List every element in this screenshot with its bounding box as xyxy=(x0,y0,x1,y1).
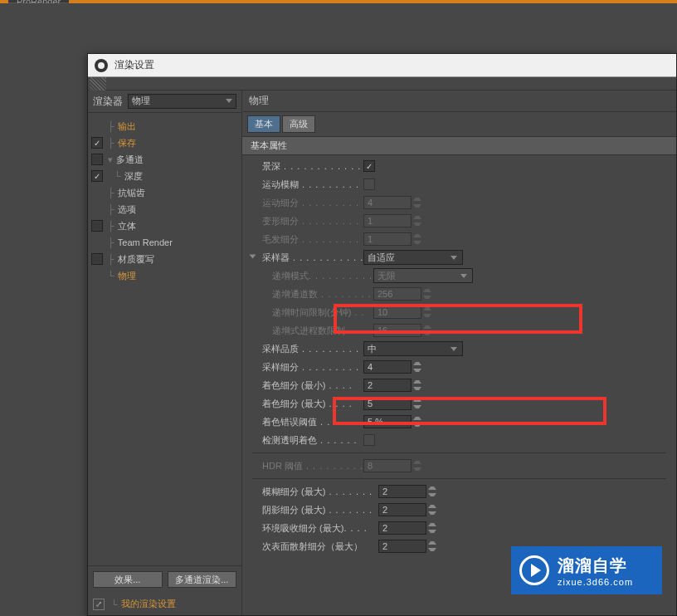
chevron-down-icon xyxy=(226,99,232,103)
my-render-settings[interactable]: ⤢ └ 我的渲染设置 xyxy=(88,593,241,615)
spinner[interactable] xyxy=(423,306,431,319)
tree-material-override[interactable]: ├材质覆写 xyxy=(88,251,241,267)
chevron-down-icon xyxy=(451,347,457,351)
tab-basic[interactable]: 基本 xyxy=(247,115,280,133)
renderer-label: 渲染器 xyxy=(93,95,123,109)
input-prog-count[interactable]: 16 xyxy=(373,324,421,337)
input-shading-error[interactable]: 5 % xyxy=(363,415,412,428)
spinner[interactable] xyxy=(413,232,421,246)
tree-options[interactable]: ├选项 xyxy=(88,201,241,218)
spinner[interactable] xyxy=(413,196,421,209)
titlebar[interactable]: 渲染设置 xyxy=(88,54,676,77)
right-panel: 物理 基本 高级 基本属性 景深 . . . . . . . . . . . .… xyxy=(242,90,676,615)
prop-hair-subdiv: 毛发细分 . . . . . . . . . . 1 xyxy=(247,230,671,248)
input-sample-subdiv[interactable]: 4 xyxy=(363,360,412,374)
renderer-value: 物理 xyxy=(132,95,150,105)
input-ao-max[interactable]: 2 xyxy=(378,521,426,535)
input-motion-subdiv[interactable]: 4 xyxy=(363,196,412,209)
input-prog-passes[interactable]: 256 xyxy=(373,287,421,301)
prop-ao-max: 环境吸收细分 (最大). . . . 2 xyxy=(247,519,671,537)
tree-multipass[interactable]: ▾多通道 xyxy=(88,151,241,168)
tab-advanced[interactable]: 高级 xyxy=(282,115,315,133)
tree-stereo[interactable]: ├立体 xyxy=(88,218,241,234)
spinner[interactable] xyxy=(423,287,431,301)
spinner[interactable] xyxy=(428,503,436,516)
prop-motion-subdiv: 运动细分 . . . . . . . . . . 4 xyxy=(247,193,671,212)
spinner[interactable] xyxy=(413,360,421,374)
spinner[interactable] xyxy=(428,485,436,498)
grid-icon[interactable] xyxy=(90,77,106,90)
input-hdr[interactable]: 8 xyxy=(363,459,412,472)
multipass-render-button[interactable]: 多通道渲染... xyxy=(168,571,237,588)
tree-teamrender[interactable]: ├Team Render xyxy=(88,234,241,251)
play-icon xyxy=(519,555,549,585)
renderer-select[interactable]: 物理 xyxy=(128,94,236,109)
dialog-title: 渲染设置 xyxy=(114,58,154,72)
select-sample-quality[interactable]: 中 xyxy=(363,341,463,356)
spinner[interactable] xyxy=(413,397,421,410)
prop-progressive-time: 递增时间限制(分钟) . . 10 xyxy=(247,303,671,321)
tree-depth[interactable]: ✓└深度 xyxy=(88,168,241,184)
input-sss-max[interactable]: 2 xyxy=(378,540,426,553)
prop-motion-blur: 运动模糊 . . . . . . . . . . xyxy=(247,175,671,193)
input-shadow-max[interactable]: 2 xyxy=(378,503,426,516)
effects-button[interactable]: 效果... xyxy=(93,571,163,588)
checkbox-motion-blur[interactable] xyxy=(363,178,375,190)
prop-hdr-threshold: HDR 阈值 . . . . . . . . . . 8 xyxy=(247,457,671,475)
spinner[interactable] xyxy=(428,521,436,535)
tree-antialias[interactable]: ├抗锯齿 xyxy=(88,184,241,201)
expand-icon[interactable]: ⤢ xyxy=(93,599,105,610)
prop-shadow-max: 阴影细分 (最大) . . . . . . . 2 xyxy=(247,501,671,519)
section-basic-props: 基本属性 xyxy=(242,136,676,155)
prop-progressive-count: 递增式进程数限制 16 xyxy=(247,321,671,340)
prop-blur-max: 模糊细分 (最大) . . . . . . . 2 xyxy=(247,482,671,501)
spinner[interactable] xyxy=(413,415,421,428)
input-hair-subdiv[interactable]: 1 xyxy=(363,232,412,246)
prop-sample-quality: 采样品质 . . . . . . . . . . 中 xyxy=(247,340,671,358)
spinner[interactable] xyxy=(423,324,431,337)
spinner[interactable] xyxy=(428,540,436,553)
prop-sample-subdiv: 采样细分 . . . . . . . . . . 4 xyxy=(247,358,671,376)
chevron-down-icon xyxy=(451,256,457,260)
input-deform-subdiv[interactable]: 1 xyxy=(363,214,412,227)
spinner[interactable] xyxy=(413,379,421,392)
input-shading-max[interactable]: 5 xyxy=(363,397,412,410)
prop-progressive-passes: 递增通道数 . . . . . . . . 256 xyxy=(247,285,671,303)
prop-deform-subdiv: 变形细分 . . . . . . . . . . 1 xyxy=(247,212,671,230)
prop-shading-max: 着色细分 (最大) . . . . 5 xyxy=(247,394,671,413)
tree-save[interactable]: ✓├保存 xyxy=(88,134,241,151)
checkbox-save[interactable]: ✓ xyxy=(91,137,103,149)
checkbox-override[interactable] xyxy=(91,253,103,265)
prop-progressive-mode: 递增模式. . . . . . . . . . 无限 xyxy=(247,266,671,285)
checkbox-stereo[interactable] xyxy=(91,220,103,232)
right-panel-title: 物理 xyxy=(242,90,676,112)
settings-tree: ├输出 ✓├保存 ▾多通道 ✓└深度 ├抗锯齿 ├选项 ├立体 ├Team Re… xyxy=(88,113,241,565)
select-progressive-mode[interactable]: 无限 xyxy=(373,268,473,283)
checkbox-detect-transparent[interactable] xyxy=(363,434,375,446)
watermark-title: 溜溜自学 xyxy=(558,555,633,577)
input-prog-time[interactable]: 10 xyxy=(373,306,421,319)
checkbox-depth[interactable]: ✓ xyxy=(91,170,103,182)
tree-physical[interactable]: └物理 xyxy=(88,267,241,284)
prop-detect-transparent: 检测透明着色 . . . . . . xyxy=(247,431,671,449)
checkbox-multipass[interactable] xyxy=(91,154,103,165)
input-shading-min[interactable]: 2 xyxy=(363,379,412,392)
prop-shading-min: 着色细分 (最小) . . . . 2 xyxy=(247,376,671,394)
prop-shading-error: 着色错误阈值 . . . . . . 5 % xyxy=(247,413,671,431)
spinner[interactable] xyxy=(413,214,421,227)
spinner[interactable] xyxy=(413,459,421,472)
watermark: 溜溜自学 zixue.3d66.com xyxy=(511,546,662,594)
app-icon xyxy=(95,59,108,72)
input-blur-max[interactable]: 2 xyxy=(378,485,426,498)
checkbox-dof[interactable]: ✓ xyxy=(363,160,375,172)
prop-sampler: 采样器 . . . . . . . . . . . . 自适应 xyxy=(247,248,671,266)
left-panel: 渲染器 物理 ├输出 ✓├保存 ▾多通道 ✓└深度 ├抗锯齿 ├选项 ├立体 ├… xyxy=(88,90,242,615)
watermark-sub: zixue.3d66.com xyxy=(558,577,633,587)
render-settings-dialog: 渲染设置 渲染器 物理 ├输出 ✓├保存 ▾多通道 ✓└深度 xyxy=(87,53,677,616)
tree-output[interactable]: ├输出 xyxy=(88,118,241,134)
prop-dof: 景深 . . . . . . . . . . . . . ✓ xyxy=(247,157,671,175)
chevron-down-icon xyxy=(460,274,467,278)
my-render-settings-label: 我的渲染设置 xyxy=(121,598,176,610)
disclosure-icon[interactable] xyxy=(250,255,256,259)
select-sampler[interactable]: 自适应 xyxy=(363,250,463,265)
